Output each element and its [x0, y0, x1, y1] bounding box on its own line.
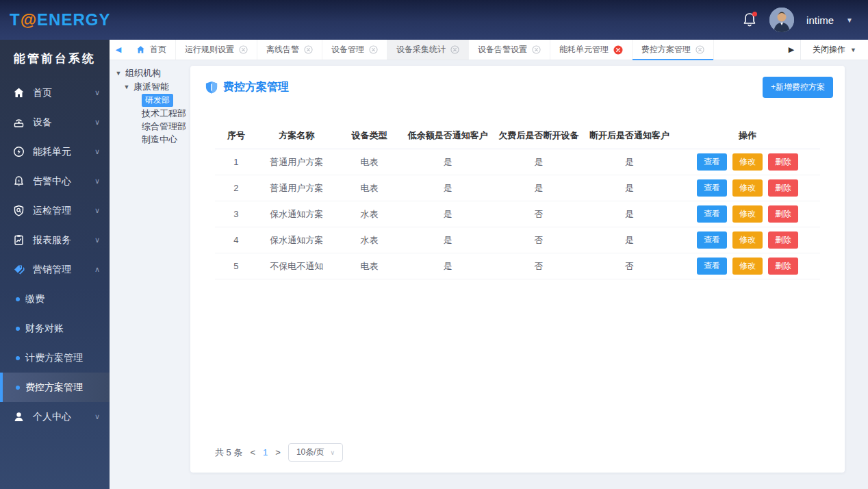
- table-row: 4 保水通知方案 水表 是 否 是 查看 修改 删除: [215, 227, 820, 253]
- sidebar-item-energy-unit[interactable]: 能耗单元 ∨: [0, 137, 110, 166]
- cell-notify-after-disconnect: 是: [584, 149, 675, 175]
- sidebar: 能管前台系统 首页 ∨ 设备 ∨ 能耗单元 ∨ 告警中心 ∨ 运检管理 ∨: [0, 40, 110, 489]
- report-icon: [13, 234, 25, 246]
- sidebar-subitem-finance-reconciliation[interactable]: 财务对账: [0, 314, 110, 343]
- page-size-select[interactable]: 10条/页 ∨: [288, 443, 343, 462]
- sidebar-subitem-billing-plan[interactable]: 计费方案管理: [0, 343, 110, 373]
- col-header-no: 序号: [215, 123, 257, 149]
- chevron-down-icon: ∨: [94, 177, 100, 186]
- cell-notify-after-disconnect: 否: [584, 253, 675, 279]
- view-button[interactable]: 查看: [697, 258, 727, 275]
- sidebar-item-device[interactable]: 设备 ∨: [0, 108, 110, 137]
- view-button[interactable]: 查看: [697, 179, 727, 197]
- cell-device-type: 电表: [336, 149, 403, 175]
- delete-button[interactable]: 删除: [768, 179, 798, 197]
- close-icon[interactable]: [695, 45, 704, 54]
- tree-node-label: 康派智能: [133, 81, 169, 93]
- logo-at-icon: @: [21, 10, 37, 29]
- view-button[interactable]: 查看: [697, 153, 727, 171]
- add-fee-control-plan-button[interactable]: +新增费控方案: [763, 77, 833, 98]
- tabs-scroll-right-icon[interactable]: ▶: [782, 40, 800, 60]
- tabbar-spacer: [714, 40, 782, 60]
- tree-node-root[interactable]: ▼ 组织机构: [115, 66, 190, 80]
- user-menu-caret-icon[interactable]: ▼: [846, 16, 853, 24]
- close-icon[interactable]: [239, 45, 248, 54]
- tab-home[interactable]: 首页: [127, 40, 176, 60]
- top-header: T@ENERGY intime ▼: [0, 0, 868, 40]
- tab-fee-control-plan[interactable]: 费控方案管理: [633, 40, 714, 60]
- edit-button[interactable]: 修改: [732, 231, 763, 249]
- close-icon[interactable]: [369, 45, 378, 54]
- sidebar-item-alarm-center[interactable]: 告警中心 ∨: [0, 166, 110, 196]
- delete-button[interactable]: 删除: [768, 231, 798, 249]
- delete-button[interactable]: 删除: [768, 258, 798, 275]
- edit-button[interactable]: 修改: [732, 179, 763, 197]
- tab-device-management[interactable]: 设备管理: [322, 40, 387, 60]
- sidebar-subitem-fee-control-plan[interactable]: 费控方案管理: [0, 373, 110, 402]
- org-tree-panel: ▼ 组织机构 ▼ 康派智能 研发部 技术工程部 综合管理部 制造中心: [110, 60, 190, 489]
- app-root: T@ENERGY intime ▼: [0, 0, 868, 489]
- edit-button[interactable]: 修改: [732, 153, 763, 171]
- tab-offline-alarm[interactable]: 离线告警: [257, 40, 322, 60]
- tree-node-dept-selected[interactable]: 研发部: [142, 94, 190, 107]
- header-user-area: intime ▼: [742, 8, 853, 32]
- tab-bar: ◀ 首页 运行规则设置 离线告警 设备管理 设备采集统计 设备告警设置 能耗单元…: [110, 40, 868, 60]
- sidebar-item-inspection[interactable]: 运检管理 ∨: [0, 196, 110, 225]
- cell-low-balance-notify: 是: [403, 227, 494, 253]
- close-icon-active[interactable]: [613, 45, 623, 55]
- tab-energy-unit-management[interactable]: 能耗单元管理: [550, 40, 633, 60]
- tree-node-dept[interactable]: 综合管理部: [142, 120, 190, 133]
- delete-button[interactable]: 删除: [768, 153, 798, 171]
- table-row: 1 普通用户方案 电表 是 是 是 查看 修改 删除: [215, 149, 820, 175]
- close-icon[interactable]: [304, 45, 313, 54]
- logo-text-rest: ENERGY: [37, 10, 110, 29]
- page-number[interactable]: 1: [263, 447, 268, 457]
- edit-button[interactable]: 修改: [732, 258, 763, 275]
- cell-disconnect-on-arrears: 否: [494, 227, 585, 253]
- next-page-icon[interactable]: >: [275, 447, 281, 457]
- chevron-down-icon: ∨: [94, 147, 100, 156]
- edit-button[interactable]: 修改: [732, 205, 763, 223]
- tab-device-alarm-settings[interactable]: 设备告警设置: [469, 40, 550, 60]
- delete-button[interactable]: 删除: [768, 205, 798, 223]
- close-icon[interactable]: [450, 45, 459, 54]
- device-icon: [13, 116, 25, 128]
- tab-label: 费控方案管理: [641, 44, 691, 55]
- cell-device-type: 水表: [336, 227, 403, 253]
- table-header-row: 序号 方案名称 设备类型 低余额是否通知客户 欠费后是否断开设备 断开后是否通知…: [215, 123, 820, 149]
- close-operations-dropdown[interactable]: 关闭操作 ▼: [800, 40, 868, 60]
- sidebar-item-home[interactable]: 首页 ∨: [0, 78, 110, 108]
- view-button[interactable]: 查看: [697, 231, 727, 249]
- caret-down-icon[interactable]: ▼: [123, 84, 130, 90]
- caret-down-icon[interactable]: ▼: [115, 70, 122, 77]
- tree-node-dept[interactable]: 技术工程部: [142, 107, 190, 120]
- chevron-down-icon: ∨: [94, 118, 100, 127]
- cell-device-type: 电表: [336, 175, 403, 201]
- sidebar-item-marketing[interactable]: 营销管理 ∧: [0, 255, 110, 284]
- chevron-down-icon: ∨: [94, 88, 100, 97]
- cell-device-type: 电表: [336, 253, 403, 279]
- prev-page-icon[interactable]: <: [250, 447, 255, 457]
- app-title: 能管前台系统: [0, 40, 110, 78]
- tree-node-dept[interactable]: 制造中心: [142, 133, 190, 146]
- sidebar-subitem-payment[interactable]: 缴费: [0, 284, 110, 314]
- tab-run-rule-settings[interactable]: 运行规则设置: [176, 40, 257, 60]
- username-label: intime: [806, 14, 834, 26]
- tree-node-company[interactable]: ▼ 康派智能: [123, 80, 190, 94]
- inspection-icon: [13, 205, 25, 216]
- avatar[interactable]: [769, 8, 794, 32]
- tab-device-collection-stats[interactable]: 设备采集统计: [387, 40, 469, 60]
- sidebar-item-personal-center[interactable]: 个人中心 ∨: [0, 402, 110, 431]
- home-icon: [136, 45, 145, 54]
- sidebar-item-reports[interactable]: 报表服务 ∨: [0, 225, 110, 255]
- shield-icon: [205, 81, 218, 94]
- avatar-image: [769, 8, 794, 32]
- tabs-scroll-left-icon[interactable]: ◀: [110, 40, 127, 60]
- table-row: 5 不保电不通知 电表 是 否 否 查看 修改 删除: [215, 253, 820, 279]
- marketing-icon: [13, 264, 25, 275]
- view-button[interactable]: 查看: [697, 205, 727, 223]
- sidebar-item-label: 设备: [33, 116, 52, 129]
- notification-bell-icon[interactable]: [742, 12, 757, 28]
- close-icon[interactable]: [532, 45, 541, 54]
- home-icon: [13, 87, 25, 99]
